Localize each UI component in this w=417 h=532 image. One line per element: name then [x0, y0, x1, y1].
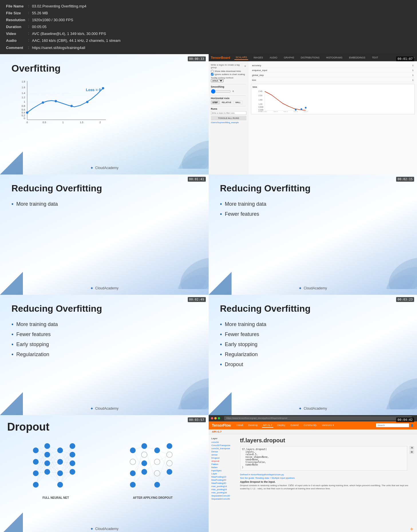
- code-block: tf.layers.dropout( inputs, rate=0.5, noi…: [240, 446, 408, 471]
- nn-diagrams-container: FULL NEURAL NET: [7, 439, 201, 499]
- svg-text:1.6: 1.6: [21, 86, 25, 89]
- svg-text:1: 1: [24, 100, 25, 103]
- api-version-bar: API r1.7: [209, 429, 417, 434]
- copy-code-button[interactable]: ⧉: [410, 446, 414, 449]
- step-button[interactable]: STEP: [211, 101, 220, 104]
- file-info-header: File Name : 03.02.Preventing Overfitting…: [0, 0, 417, 54]
- sidebar-dense[interactable]: dense: [212, 454, 237, 456]
- expand-code-button[interactable]: ⊞: [410, 450, 414, 454]
- minimize-dot[interactable]: [214, 417, 217, 419]
- tf-nav-deploy[interactable]: Deploy: [276, 423, 286, 428]
- sidebar-max-pooling3d[interactable]: max_pooling3d: [212, 491, 237, 494]
- tb-nav-audio[interactable]: AUDIO: [268, 56, 278, 60]
- smoothing-slider[interactable]: [211, 89, 231, 94]
- tb-nav-graphs[interactable]: GRAPHS: [283, 56, 295, 60]
- sidebar-conv2d[interactable]: conv2d: [212, 441, 237, 443]
- sidebar-maxpool2d[interactable]: MaxPooling2D: [212, 479, 237, 481]
- resolution-value: 1920x1080 / 30.000 FPS: [30, 17, 122, 23]
- applies-to-label: Applies Dropout to the input.: [240, 480, 414, 483]
- svg-point-121: [70, 460, 75, 466]
- dropout-description: Dropout consists in randomly setting a f…: [240, 484, 414, 490]
- tb-horizontal-axis-label: Horizontal Axis: [211, 95, 246, 100]
- sidebar-dropout[interactable]: dropout: [212, 460, 237, 462]
- resolution-label: Resolution: [4, 17, 27, 23]
- runs-filter-input[interactable]: [211, 111, 246, 115]
- maximize-dot[interactable]: [218, 417, 220, 419]
- comment-label: Comment: [4, 44, 27, 51]
- tb-nav-embeddings[interactable]: EMBEDDINGS: [348, 56, 366, 60]
- slide-footer-5: ✦ CloudAcademy: [90, 406, 118, 411]
- tooltip-sort-select[interactable]: default: [211, 79, 224, 82]
- sidebar-dense-class[interactable]: Dense: [212, 450, 237, 453]
- outliers-checkbox[interactable]: [211, 73, 214, 76]
- tf-nav-api[interactable]: API r1.7: [262, 423, 274, 428]
- svg-point-25: [102, 87, 104, 89]
- bullet-6-3: Early stopping: [220, 341, 406, 348]
- svg-point-23: [70, 105, 73, 107]
- svg-text:1.5: 1.5: [80, 121, 84, 124]
- svg-point-21: [42, 101, 44, 104]
- toggle-runs-button[interactable]: TOGGLE ALL RUNS: [211, 116, 246, 120]
- address-bar[interactable]: https://www.tensorflow.org/api_docs/pyth…: [224, 416, 412, 420]
- svg-point-122: [70, 469, 75, 475]
- sidebar-layer[interactable]: Layer: [212, 472, 237, 475]
- bullet-5-3: Early stopping: [11, 341, 197, 348]
- tf-user-icon: 👤: [410, 424, 414, 427]
- download-checkbox[interactable]: [211, 70, 214, 72]
- bullet-5-1: More training data: [11, 321, 197, 328]
- sidebar-maxpool3d[interactable]: MaxPooling3D: [212, 482, 237, 484]
- relative-button[interactable]: RELATIVE: [220, 101, 233, 104]
- timestamp-8: 00:04:42: [396, 417, 414, 422]
- close-dot[interactable]: [211, 417, 213, 419]
- tb-body: Write a regex to create a tag group ✕ Sh…: [209, 61, 417, 174]
- sidebar-separable2[interactable]: SeparableConv2D: [212, 498, 237, 500]
- sidebar-inputspec[interactable]: InputSpec: [212, 469, 237, 472]
- tb-nav-histograms[interactable]: HISTOGRAMS: [325, 56, 343, 60]
- tf-nav-install[interactable]: Install: [235, 423, 244, 428]
- svg-point-40: [301, 108, 302, 110]
- sidebar-flatten[interactable]: Flatten: [212, 463, 237, 466]
- wave-decor-6: [365, 352, 417, 409]
- svg-point-109: [33, 470, 39, 476]
- sidebar-conv2dtranspose[interactable]: Conv2DTranspose: [212, 444, 237, 447]
- wall-button[interactable]: WALL: [234, 101, 242, 104]
- tf-navbar: TensorFlow Install Develop API r1.7 Depl…: [209, 421, 417, 429]
- tb-nav-scalars[interactable]: SCALARS: [234, 55, 248, 60]
- tf-nav-versions[interactable]: Versions ▾: [321, 423, 335, 428]
- slide-footer-6: ✦ CloudAcademy: [299, 406, 327, 411]
- slide-5: Reducing Overfitting More training data …: [0, 295, 209, 415]
- sidebar-conv2d-transpose[interactable]: conv2d_transpose: [212, 447, 237, 450]
- svg-text:Loss = 0: Loss = 0: [86, 88, 101, 92]
- timestamp-3: 00:01:41: [188, 177, 206, 182]
- tf-nav-extend[interactable]: Extend: [289, 423, 300, 428]
- timestamp-4: 00:02:15: [396, 177, 414, 182]
- sidebar-dropout-class[interactable]: Dropout: [212, 457, 237, 459]
- svg-point-112: [44, 452, 50, 458]
- sidebar-flatten-lower[interactable]: flatten: [212, 466, 237, 469]
- thumbnail-7: 00:03:57 Dropout: [0, 415, 209, 532]
- svg-point-108: [33, 459, 39, 465]
- defined-in-link[interactable]: Defined in tensorflow/python/layers/core…: [240, 473, 414, 476]
- svg-text:0.2: 0.2: [21, 114, 25, 117]
- sidebar-max-pooling2d[interactable]: max_pooling2d: [212, 488, 237, 491]
- video-grid: 00:00:33 Overfitting 1.8 1.6 1.4 1.2 1 0…: [0, 54, 417, 532]
- tb-nav-text[interactable]: TEXT: [371, 56, 380, 60]
- thumbnail-5: 00:02:49 Reducing Overfitting More train…: [0, 295, 209, 415]
- tb-nav-images[interactable]: IMAGES: [252, 56, 264, 60]
- tb-nav-distributions[interactable]: DISTRIBUTIONS: [300, 56, 321, 60]
- svg-point-110: [33, 482, 39, 488]
- sidebar-separable1[interactable]: SeparableConv2D: [212, 494, 237, 497]
- video-label: Video: [4, 30, 27, 37]
- slide-4: Reducing Overfitting More training data …: [209, 174, 417, 295]
- tf-search-input[interactable]: [376, 423, 409, 427]
- tf-nav-develop[interactable]: Develop: [247, 423, 259, 428]
- tf-nav-community[interactable]: Community: [303, 423, 318, 428]
- guide-link[interactable]: See the guide: Reading data > Multiple i…: [240, 477, 414, 479]
- tf-api-main: tf.layers.dropout tf.layers.dropout( inp…: [240, 437, 414, 532]
- svg-text:1.60: 1.60: [258, 99, 262, 101]
- svg-text:0: 0: [26, 121, 28, 124]
- svg-point-113: [44, 460, 50, 466]
- close-icon[interactable]: ✕: [244, 65, 246, 68]
- sidebar-maxpool1d[interactable]: MaxPooling1D: [212, 476, 237, 478]
- sidebar-max-pooling1d[interactable]: max_pooling1d: [212, 485, 237, 488]
